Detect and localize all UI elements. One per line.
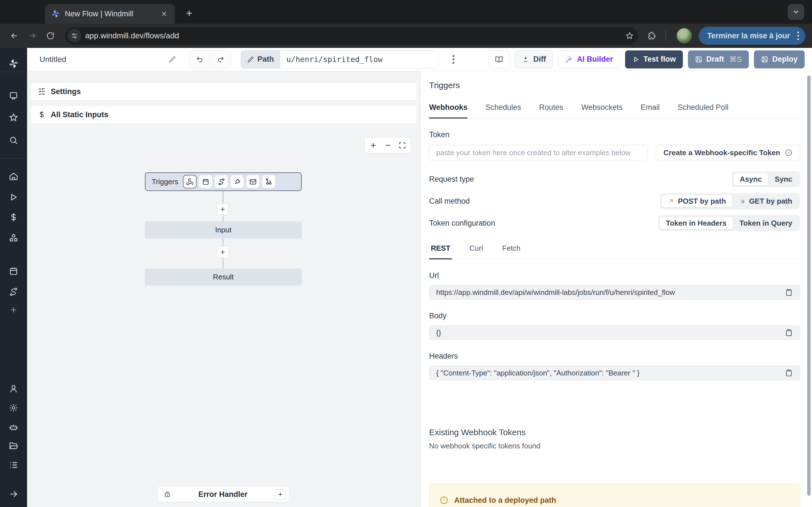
zoom-out-button[interactable] bbox=[384, 142, 392, 149]
browser-tab[interactable]: New Flow | Windmill bbox=[45, 4, 175, 24]
back-button[interactable] bbox=[7, 28, 22, 43]
token-in-headers[interactable]: Token in Headers bbox=[659, 217, 733, 230]
sidebar-item-settings[interactable] bbox=[4, 400, 22, 416]
test-flow-button[interactable]: Test flow bbox=[625, 50, 683, 68]
sidebar-expand-button[interactable] bbox=[4, 486, 22, 502]
draft-button[interactable]: Draft ⌘S bbox=[688, 50, 749, 68]
tab-webhooks[interactable]: Webhooks bbox=[429, 103, 467, 119]
toolbar-separator bbox=[665, 31, 666, 41]
variables-icon bbox=[9, 213, 18, 222]
panel-scrollbar[interactable] bbox=[807, 75, 811, 496]
docs-button[interactable] bbox=[488, 50, 510, 68]
redo-button[interactable] bbox=[210, 51, 231, 68]
email-trigger-button[interactable] bbox=[246, 175, 259, 188]
request-type-async[interactable]: Async bbox=[733, 173, 768, 186]
tab-schedules[interactable]: Schedules bbox=[486, 103, 521, 119]
bookmark-icon[interactable] bbox=[625, 32, 634, 40]
sidebar-item-routes[interactable] bbox=[4, 284, 22, 300]
settings-bar[interactable]: Settings bbox=[31, 83, 416, 100]
windmill-flow-editor: New Flow | Windmill bbox=[0, 0, 812, 507]
fit-view-button[interactable] bbox=[399, 142, 406, 149]
tab-fetch[interactable]: Fetch bbox=[500, 244, 522, 260]
header-actions: Diff AI Builder Test flow Draft ⌘S bbox=[488, 50, 805, 68]
pencil-icon[interactable] bbox=[168, 56, 176, 63]
deploy-button[interactable]: Deploy bbox=[754, 50, 805, 68]
error-handler-bar[interactable]: Error Handler bbox=[158, 487, 289, 502]
folder-open-icon bbox=[9, 441, 18, 451]
add-error-handler-button[interactable] bbox=[274, 489, 286, 500]
flow-name-field[interactable]: Untitled bbox=[35, 51, 181, 68]
draft-shortcut: ⌘S bbox=[729, 55, 742, 64]
call-method-get[interactable]: GET by path bbox=[732, 194, 799, 208]
sidebar-item-apps[interactable] bbox=[4, 88, 22, 104]
sidebar-item-workers[interactable] bbox=[4, 419, 22, 435]
undo-button[interactable] bbox=[189, 51, 210, 68]
token-input[interactable] bbox=[429, 145, 648, 161]
site-info-icon[interactable] bbox=[68, 29, 81, 43]
plug-icon bbox=[232, 176, 243, 187]
more-options-button[interactable] bbox=[450, 52, 457, 66]
triggers-panel: Triggers Webhooks Schedules Routes Webso… bbox=[421, 71, 812, 507]
new-tab-button[interactable] bbox=[183, 7, 196, 20]
token-in-query[interactable]: Token in Query bbox=[733, 217, 799, 230]
call-method-post[interactable]: POST by path bbox=[661, 194, 732, 208]
sidebar-item-account[interactable] bbox=[4, 381, 22, 397]
existing-tokens-empty: No webhook specific tokens found bbox=[429, 442, 800, 450]
input-node[interactable]: Input bbox=[145, 221, 302, 238]
websocket-trigger-button[interactable] bbox=[231, 175, 244, 188]
dollar-icon bbox=[38, 111, 46, 119]
sidebar-item-folders[interactable] bbox=[4, 438, 22, 454]
tab-curl[interactable]: Curl bbox=[468, 244, 485, 260]
update-browser-button[interactable]: Terminer la mise à jour bbox=[699, 27, 805, 45]
tab-rest[interactable]: REST bbox=[429, 244, 452, 260]
scheduled-poll-trigger-button[interactable] bbox=[262, 175, 275, 188]
user-icon bbox=[9, 384, 18, 393]
route-trigger-button[interactable] bbox=[215, 175, 228, 188]
sidebar-item-schedules[interactable] bbox=[4, 263, 22, 279]
copy-body-button[interactable] bbox=[783, 327, 794, 338]
tab-websockets[interactable]: Websockets bbox=[581, 103, 623, 119]
avatar[interactable] bbox=[677, 28, 692, 43]
request-type-sync[interactable]: Sync bbox=[768, 173, 799, 186]
tab-email[interactable]: Email bbox=[641, 103, 660, 119]
sidebar-item-add[interactable] bbox=[4, 302, 22, 318]
ai-builder-button[interactable]: AI Builder bbox=[558, 50, 620, 68]
copy-url-button[interactable] bbox=[783, 287, 794, 298]
path-input[interactable] bbox=[280, 51, 438, 68]
reload-button[interactable] bbox=[43, 28, 58, 43]
tab-close-icon[interactable] bbox=[159, 9, 169, 19]
diff-button[interactable]: Diff bbox=[515, 50, 553, 68]
insert-step-button[interactable] bbox=[217, 203, 229, 215]
copy-headers-button[interactable] bbox=[783, 368, 794, 378]
schedules-icon bbox=[9, 267, 18, 276]
pencil-icon bbox=[247, 56, 254, 63]
sidebar-item-favorites[interactable] bbox=[4, 110, 22, 125]
home-icon bbox=[9, 172, 18, 181]
insert-step-button[interactable] bbox=[217, 246, 229, 258]
forward-button[interactable] bbox=[25, 28, 40, 43]
sidebar-item-runs[interactable] bbox=[4, 189, 22, 205]
zoom-in-button[interactable] bbox=[369, 142, 377, 149]
resources-icon bbox=[9, 233, 18, 243]
extensions-icon[interactable] bbox=[647, 32, 656, 40]
triggers-node[interactable]: Triggers bbox=[145, 172, 302, 191]
tab-scheduled-poll[interactable]: Scheduled Poll bbox=[678, 103, 728, 119]
arrow-right-icon bbox=[9, 489, 18, 499]
schedule-trigger-button[interactable] bbox=[199, 175, 212, 188]
sidebar-item-resources[interactable] bbox=[4, 230, 22, 246]
static-inputs-bar[interactable]: All Static Inputs bbox=[31, 106, 416, 123]
windmill-logo[interactable] bbox=[4, 56, 22, 71]
sidebar-item-search[interactable] bbox=[4, 132, 22, 148]
create-token-button[interactable]: Create a Webhook-specific Token bbox=[656, 145, 800, 161]
sidebar-item-variables[interactable] bbox=[4, 210, 22, 225]
sidebar-item-home[interactable] bbox=[4, 168, 22, 184]
result-node[interactable]: Result bbox=[145, 269, 302, 285]
webhook-trigger-button[interactable] bbox=[183, 175, 196, 188]
sidebar-item-logs[interactable] bbox=[4, 457, 22, 473]
chevron-down-icon[interactable] bbox=[788, 4, 804, 20]
tab-routes[interactable]: Routes bbox=[539, 103, 563, 119]
browser-menu-icon[interactable] bbox=[795, 32, 801, 40]
url-bar[interactable]: app.windmill.dev/flows/add bbox=[65, 27, 638, 45]
headers-field: { "Content-Type": "application/json", "A… bbox=[429, 365, 800, 380]
flow-canvas[interactable]: Settings All Static Inputs Triggers bbox=[27, 71, 421, 507]
